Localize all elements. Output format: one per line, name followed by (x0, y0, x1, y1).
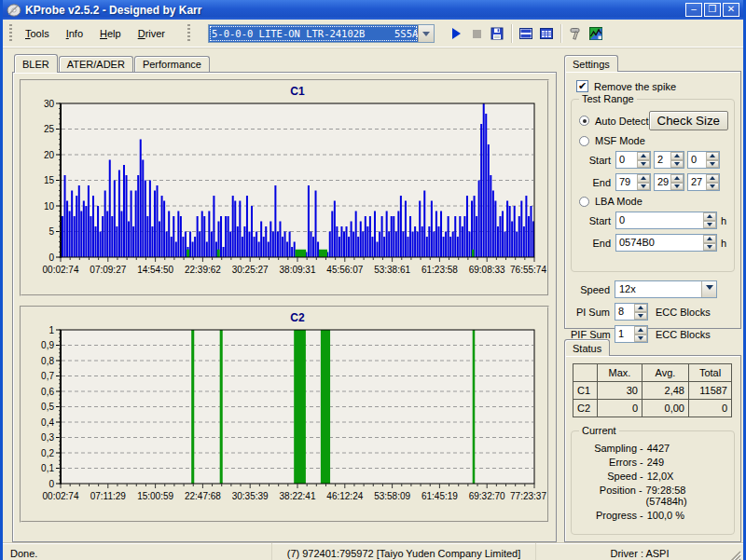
tab-settings[interactable]: Settings (564, 55, 618, 72)
split-graph-view-button[interactable] (516, 23, 536, 44)
msf-mode-radio[interactable] (579, 136, 589, 146)
check-size-button[interactable]: Check Size (649, 111, 728, 130)
spinner-value: 0 (688, 152, 706, 168)
status-bar: Done. (7) 972401:795972 [Taiyo Yuden Com… (3, 542, 743, 560)
svg-text:00:02:74: 00:02:74 (43, 491, 79, 501)
svg-text:77:23:37: 77:23:37 (510, 491, 546, 501)
save-button[interactable] (487, 23, 507, 44)
drive-selector-combobox[interactable]: 5-0-0-0 LITE-ON LTR-24102B 5S5A (208, 24, 435, 43)
list-item: Position - 79:28:58 (57484h) (579, 485, 728, 507)
svg-text:C1: C1 (290, 85, 305, 98)
msf-end-sec-spinner[interactable]: 29 (654, 173, 684, 191)
menu-driver[interactable]: Driver (130, 25, 173, 42)
toolbar-gripper[interactable] (186, 24, 191, 43)
current-label: Current (579, 425, 619, 436)
pif-sum-unit: ECC Blocks (656, 329, 711, 340)
side-panels: Settings Remove the spike Test Range Aut… (564, 53, 741, 542)
minimize-button[interactable]: – (685, 3, 702, 17)
menu-toolbar: Tools Info Help Driver 5-0-0-0 LITE-ON L… (3, 20, 743, 48)
spinner-arrows-icon (706, 174, 719, 190)
svg-text:30:35:39: 30:35:39 (232, 491, 269, 501)
pi-sum-spinner[interactable]: 8 (615, 303, 648, 321)
tab-ater-ader[interactable]: ATER/ADER (59, 56, 133, 72)
c1-total: 11587 (689, 382, 732, 400)
menu-tools[interactable]: Tools (17, 25, 58, 42)
menu-gripper[interactable] (8, 24, 13, 43)
table-row: C1 30 2,48 11587 (573, 382, 732, 400)
tab-bler[interactable]: BLER (14, 54, 58, 73)
auto-detect-radio[interactable] (579, 116, 589, 126)
speed-select[interactable]: 12x (615, 280, 717, 298)
svg-text:69:32:70: 69:32:70 (469, 491, 505, 501)
svg-text:0,4: 0,4 (41, 417, 54, 428)
menu-info[interactable]: Info (58, 25, 91, 42)
svg-text:0,3: 0,3 (41, 432, 54, 443)
lba-end-unit: h (721, 238, 726, 249)
maximize-button[interactable]: ❒ (704, 3, 721, 17)
spinner-arrows-icon (706, 152, 719, 168)
row-label: C2 (573, 400, 598, 417)
msf-end-min-spinner[interactable]: 79 (615, 173, 651, 191)
svg-text:5: 5 (48, 226, 54, 237)
pi-sum-unit: ECC Blocks (656, 307, 711, 318)
spinner-value: 79 (616, 174, 637, 190)
list-item: Sampling - 4427 (579, 443, 728, 454)
settings-panel: Remove the spike Test Range Auto Detect … (564, 71, 741, 329)
chevron-down-icon (701, 281, 716, 297)
lba-end-spinner[interactable]: 0574B0 (615, 234, 717, 252)
list-item: Progress - 100,0 % (579, 510, 728, 521)
lba-start-spinner[interactable]: 0 (615, 212, 717, 229)
stop-icon (469, 26, 484, 41)
start-scan-button[interactable] (446, 23, 466, 44)
pif-sum-spinner[interactable]: 1 (615, 325, 648, 343)
svg-text:C2: C2 (290, 311, 305, 324)
sampling-value: 4427 (647, 443, 670, 454)
save-icon (490, 26, 504, 41)
remove-spike-checkbox[interactable] (576, 80, 588, 92)
hammer-icon (568, 26, 583, 41)
row-label: C1 (573, 382, 598, 400)
data-table-view-button[interactable] (536, 23, 557, 44)
msf-start-frame-spinner[interactable]: 0 (687, 151, 720, 169)
svg-text:0,6: 0,6 (41, 387, 54, 397)
c1-chart-panel: C105101520253000:02:7407:09:2714:54:5022… (20, 79, 549, 296)
chevron-down-icon[interactable] (418, 25, 434, 42)
lba-start-unit: h (721, 215, 726, 226)
svg-text:46:12:24: 46:12:24 (326, 491, 363, 501)
msf-mode-label: MSF Mode (595, 135, 645, 146)
tab-performance[interactable]: Performance (134, 56, 210, 72)
tab-status[interactable]: Status (564, 339, 610, 356)
tools-button[interactable] (565, 23, 586, 44)
c2-chart-panel: C200,10,20,30,40,50,60,70,80,9100:02:740… (20, 306, 549, 523)
svg-text:30:25:27: 30:25:27 (232, 265, 269, 275)
msf-start-sec-spinner[interactable]: 2 (654, 151, 684, 169)
spinner-value: 0574B0 (616, 235, 703, 251)
toolbar-separator (511, 24, 512, 43)
speed-current-value: 12,0X (647, 471, 674, 482)
col-header-blank (573, 364, 598, 382)
charts-area: BLER ATER/ADER Performance C105101520253… (12, 53, 557, 542)
col-header-max: Max. (598, 364, 642, 382)
table-row: C2 0 0,00 0 (573, 400, 732, 417)
auto-detect-label: Auto Detect (595, 116, 649, 127)
svg-text:61:45:19: 61:45:19 (421, 491, 458, 501)
statusbar-message: Done. (3, 543, 271, 560)
scan-graph-button[interactable] (586, 23, 606, 44)
driver-text: Driver : ASPI (611, 548, 670, 559)
lba-mode-radio[interactable] (579, 197, 589, 207)
svg-text:07:09:27: 07:09:27 (90, 265, 126, 275)
msf-start-min-spinner[interactable]: 0 (615, 151, 651, 169)
svg-text:10: 10 (44, 201, 55, 212)
stop-scan-button[interactable] (466, 23, 487, 44)
svg-text:15:00:59: 15:00:59 (137, 491, 173, 501)
title-bar[interactable]: KProbe v2.5.2 - Designed by Karr – ❒ ✕ (3, 0, 743, 20)
menu-help[interactable]: Help (91, 25, 130, 42)
svg-text:69:08:33: 69:08:33 (469, 265, 505, 275)
svg-text:0,1: 0,1 (41, 463, 54, 473)
spinner-arrows-icon (637, 174, 650, 190)
resize-grip-icon[interactable] (730, 551, 742, 560)
msf-end-frame-spinner[interactable]: 27 (687, 173, 720, 191)
svg-text:22:47:68: 22:47:68 (185, 491, 221, 501)
spinner-arrows-icon (703, 235, 716, 251)
close-button[interactable]: ✕ (723, 3, 739, 17)
